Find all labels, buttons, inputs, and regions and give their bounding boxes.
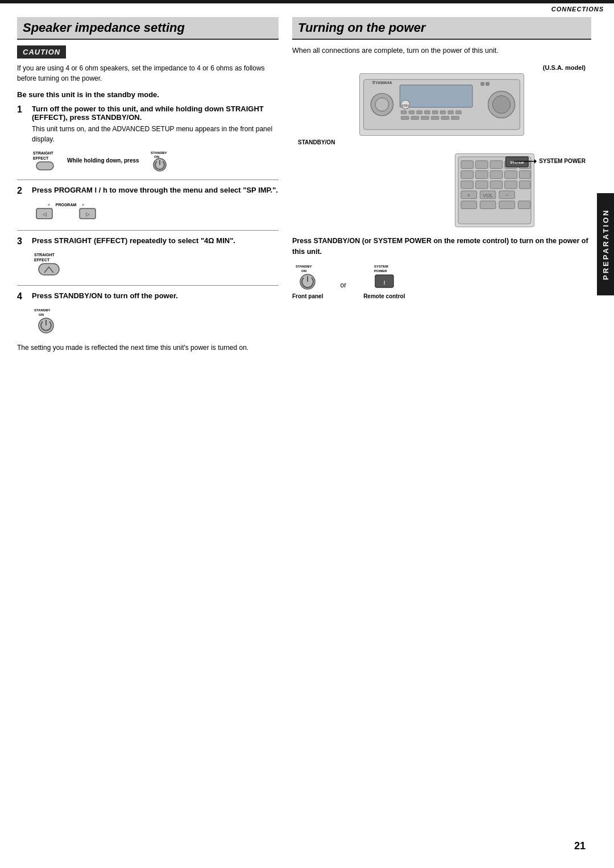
step-1-header: 1 Turn off the power to this unit, and w… <box>17 105 279 122</box>
right-section-title: Turning on the power <box>292 17 591 40</box>
step-3-image: STRAIGHT EFFECT <box>32 251 279 277</box>
svg-rect-27 <box>432 111 438 114</box>
svg-point-38 <box>492 95 510 113</box>
svg-rect-29 <box>448 111 454 114</box>
svg-rect-51 <box>476 170 488 178</box>
svg-text:VOL: VOL <box>483 193 493 198</box>
step-2: 2 Press PROGRAM l / h to move through th… <box>17 186 279 222</box>
svg-point-21 <box>375 98 389 111</box>
step-4: 4 Press STANDBY/ON to turn off the power… <box>17 291 279 335</box>
straight-effect-icon: STRAIGHT EFFECT <box>32 149 58 171</box>
svg-rect-70 <box>499 201 515 208</box>
caution-box: CAUTION <box>17 45 66 59</box>
step-3: 3 Press STRAIGHT (EFFECT) repeatedly to … <box>17 236 279 277</box>
svg-text:POWER: POWER <box>374 269 387 273</box>
svg-text:STANDBY: STANDBY <box>296 265 312 268</box>
svg-text:+: + <box>467 192 471 198</box>
step-3-text: Press STRAIGHT (EFFECT) repeatedly to se… <box>32 236 235 247</box>
step-4-num: 4 <box>17 291 27 302</box>
svg-rect-56 <box>476 181 488 189</box>
svg-rect-22 <box>400 85 472 107</box>
svg-rect-68 <box>461 201 477 208</box>
step-4-header: 4 Press STANDBY/ON to turn off the power… <box>17 291 279 302</box>
top-bar <box>0 0 614 3</box>
step-1-image: STRAIGHT EFFECT While holding down, pres… <box>32 149 279 172</box>
svg-rect-54 <box>519 170 530 178</box>
svg-rect-45 <box>461 161 474 169</box>
svg-rect-2 <box>36 162 53 170</box>
step-2-num: 2 <box>17 186 27 196</box>
svg-text:STANDBY: STANDBY <box>34 308 51 312</box>
svg-rect-28 <box>440 111 446 114</box>
remote-diagram-area: + VOL − SYSTEM <box>292 153 591 229</box>
left-section-title: Speaker impedance setting <box>17 17 279 40</box>
svg-text:STRAIGHT: STRAIGHT <box>33 151 54 155</box>
svg-rect-57 <box>490 181 503 189</box>
svg-rect-25 <box>417 111 422 114</box>
page-number: 21 <box>574 840 586 852</box>
svg-text:EFFECT: EFFECT <box>34 258 50 262</box>
remote-control-button: SYSTEM POWER | Remote control <box>363 262 405 299</box>
remote-diagram: + VOL − SYSTEM <box>455 153 534 229</box>
svg-rect-52 <box>490 170 503 178</box>
step-1: 1 Turn off the power to this unit, and w… <box>17 105 279 172</box>
footnote: The setting you made is reflected the ne… <box>17 343 279 353</box>
svg-text:STBY: STBY <box>402 105 410 107</box>
preparation-tab: PREPARATION <box>597 193 614 295</box>
divider-3 <box>17 285 279 286</box>
two-columns: Speaker impedance setting CAUTION If you… <box>17 17 591 834</box>
standby-label: STANDBY/ON <box>298 139 591 145</box>
svg-rect-40 <box>486 82 489 85</box>
step-1-num: 1 <box>17 105 27 122</box>
svg-text:<: < <box>48 203 50 207</box>
svg-text:>: > <box>82 203 84 207</box>
svg-rect-59 <box>519 181 530 189</box>
receiver-diagram-wrap: STBY ⑦YAMAHA <box>292 73 591 136</box>
step-3-header: 3 Press STRAIGHT (EFFECT) repeatedly to … <box>17 236 279 247</box>
svg-text:▷: ▷ <box>86 211 90 217</box>
svg-rect-23 <box>401 111 406 114</box>
or-text: or <box>340 281 346 289</box>
press-instruction: Press STANDBY/ON (or SYSTEM POWER on the… <box>292 236 591 257</box>
svg-rect-26 <box>425 111 430 114</box>
svg-text:⑦YAMAHA: ⑦YAMAHA <box>372 80 392 84</box>
system-power-label: SYSTEM POWER <box>514 158 586 165</box>
usa-model-label: (U.S.A. model) <box>292 64 586 71</box>
svg-rect-53 <box>505 170 517 178</box>
standby-instruction: Be sure this unit is in the standby mode… <box>17 90 279 99</box>
standby-on-icon: STANDBY ON <box>148 149 171 172</box>
front-panel-button: STANDBY ON Front panel <box>292 262 323 299</box>
front-panel-label: Front panel <box>292 293 323 299</box>
svg-text:STANDBY: STANDBY <box>151 151 167 155</box>
step-2-header: 2 Press PROGRAM l / h to move through th… <box>17 186 279 196</box>
step-3-num: 3 <box>17 236 27 247</box>
svg-text:ON: ON <box>39 313 44 316</box>
svg-rect-47 <box>490 161 503 169</box>
svg-text:|: | <box>384 279 385 285</box>
svg-text:−: − <box>505 192 509 198</box>
svg-rect-31 <box>401 116 409 119</box>
svg-rect-55 <box>461 181 474 189</box>
svg-rect-58 <box>505 181 517 189</box>
svg-rect-24 <box>409 111 414 114</box>
svg-text:ON: ON <box>301 269 306 273</box>
step-2-text: Press PROGRAM l / h to move through the … <box>32 186 278 196</box>
svg-text:◁: ◁ <box>43 211 47 217</box>
svg-rect-39 <box>481 82 484 85</box>
step-4-image: STANDBY ON <box>32 306 279 335</box>
divider-2 <box>17 230 279 231</box>
svg-rect-34 <box>431 116 439 119</box>
main-content: Speaker impedance setting CAUTION If you… <box>17 17 591 834</box>
svg-marker-73 <box>534 159 537 164</box>
divider-1 <box>17 180 279 180</box>
step-1-text: Turn off the power to this unit, and whi… <box>32 105 279 122</box>
svg-rect-36 <box>451 116 459 119</box>
svg-text:EFFECT: EFFECT <box>33 156 49 160</box>
step-1-body: This unit turns on, and the ADVANCED SET… <box>32 124 279 144</box>
svg-text:STRAIGHT: STRAIGHT <box>34 253 55 257</box>
while-holding-label: While holding down, press <box>67 157 139 164</box>
svg-text:SYSTEM: SYSTEM <box>374 265 388 268</box>
svg-rect-15 <box>39 264 59 275</box>
remote-control-label: Remote control <box>363 293 405 299</box>
svg-text:ON: ON <box>154 155 159 158</box>
